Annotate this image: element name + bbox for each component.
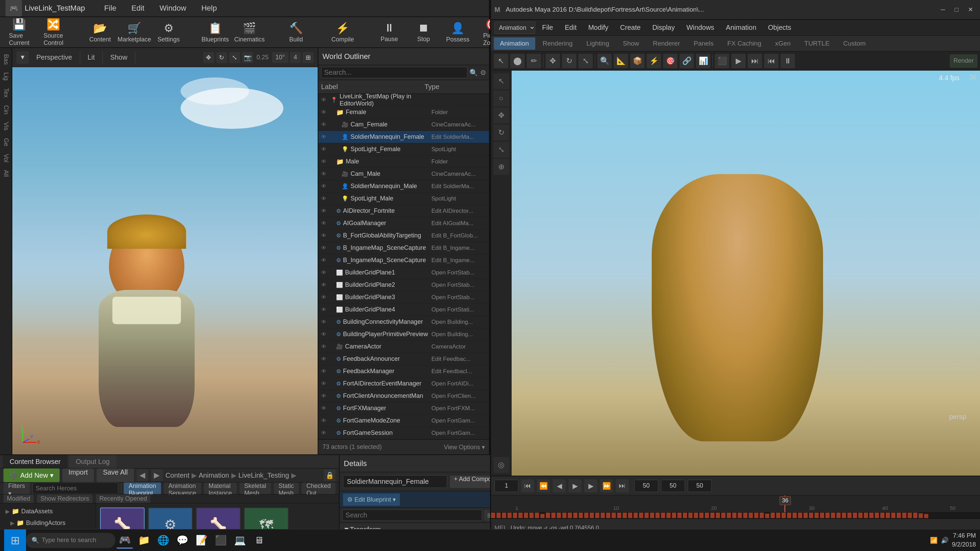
- outliner-options-icon[interactable]: ⚙: [480, 68, 486, 77]
- outliner-row-6[interactable]: 👁 🎥 Cam_Male CineCameraAc...: [318, 168, 489, 180]
- col-type[interactable]: Type: [425, 83, 486, 91]
- outliner-row-14[interactable]: 👁 ⬜ BuilderGridPlane1 Open FortStab...: [318, 267, 489, 279]
- timeline-end-input[interactable]: [634, 480, 658, 492]
- outliner-row-3[interactable]: 👁 👤 SoldierMannequin_Female Edit Soldier…: [318, 131, 489, 143]
- maya-tool-10[interactable]: ⏭: [748, 54, 762, 68]
- maya-tab-lighting[interactable]: Lighting: [580, 37, 616, 50]
- toolbar-marketplace[interactable]: 🛒 Marketplace: [121, 19, 148, 45]
- outliner-row-27[interactable]: 👁 ⚙ FortGameSession Open FortGam...: [318, 427, 489, 439]
- timeline-current-input[interactable]: [661, 480, 685, 492]
- outliner-row-5[interactable]: 👁 📁 Male Folder: [318, 156, 489, 168]
- cb-forward-button[interactable]: ▶: [151, 470, 163, 481]
- maya-tool-3[interactable]: 📦: [630, 54, 644, 68]
- outliner-row-7[interactable]: 👁 👤 SoldierMannequin_Male Edit SoldierMa…: [318, 180, 489, 193]
- maya-tool-2[interactable]: 📐: [614, 54, 628, 68]
- outliner-row-13[interactable]: 👁 ⚙ B_IngameMap_SceneCapture Edit B_Inga…: [318, 254, 489, 267]
- outliner-row-4[interactable]: 👁 💡 SpotLight_Female SpotLight: [318, 143, 489, 156]
- filter-recently-opened[interactable]: Recently Opened: [96, 494, 150, 503]
- maya-tool-4[interactable]: ⚡: [647, 54, 661, 68]
- folder-row-0[interactable]: ▶ 📁 DataAssets: [0, 505, 95, 517]
- filter-skeletal[interactable]: Skeletal Mesh: [240, 483, 271, 494]
- tl-skip-start[interactable]: ⏮: [521, 479, 534, 492]
- menu-file[interactable]: File: [98, 2, 123, 14]
- timeline-start-input[interactable]: [495, 480, 519, 492]
- maya-menu-file[interactable]: File: [537, 22, 558, 33]
- vp-camera-speed[interactable]: 📷: [242, 52, 253, 63]
- taskbar-app-rider[interactable]: 💻: [232, 532, 248, 549]
- view-options[interactable]: View Options ▾: [444, 443, 485, 451]
- maya-tab-xgen[interactable]: xGen: [769, 37, 797, 50]
- tab-content-browser[interactable]: Content Browser: [3, 455, 67, 468]
- outliner-row-0[interactable]: 👁 📍 LiveLink_TestMap (Play in EditorWorl…: [318, 94, 489, 106]
- taskbar-app-perforce[interactable]: 📝: [193, 532, 210, 549]
- taskbar-app-chrome[interactable]: 🌐: [155, 532, 171, 549]
- maya-side-soft-select[interactable]: ◎: [493, 457, 509, 473]
- toolbar-source-control[interactable]: 🔀 Source Control: [40, 16, 67, 49]
- maya-tool-lasso[interactable]: ⬤: [510, 54, 525, 68]
- left-panel-lig[interactable]: Lig: [2, 70, 10, 83]
- outliner-row-10[interactable]: 👁 ⚙ AIGoalManager Edit AIGoalMa...: [318, 217, 489, 229]
- outliner-row-16[interactable]: 👁 ⬜ BuilderGridPlane3 Open FortStab...: [318, 291, 489, 304]
- maya-tab-show[interactable]: Show: [617, 37, 646, 50]
- tl-next-frame[interactable]: ▶: [584, 479, 597, 492]
- maya-side-lasso[interactable]: ○: [493, 91, 509, 106]
- outliner-row-25[interactable]: 👁 ⚙ FortFXManager Open FortFXM...: [318, 402, 489, 415]
- tl-prev-key[interactable]: ⏪: [537, 479, 550, 492]
- timeline-end2-input[interactable]: [688, 480, 712, 492]
- tl-play[interactable]: ▶: [568, 479, 581, 492]
- details-edit-blueprint[interactable]: ⚙ Edit Blueprint ▾: [343, 494, 400, 506]
- timeline-ruler[interactable]: 36 1 10 20 30 40 50: [491, 495, 980, 513]
- cb-search-input[interactable]: [33, 483, 118, 494]
- vp-lit[interactable]: Lit: [84, 52, 99, 63]
- maya-tool-8[interactable]: ⬛: [715, 54, 729, 68]
- left-panel-cin[interactable]: Cin: [2, 102, 10, 117]
- filter-modified[interactable]: Modified: [3, 494, 33, 503]
- maya-menu-modify[interactable]: Modify: [584, 22, 613, 33]
- maya-tab-fx-caching[interactable]: FX Caching: [721, 37, 768, 50]
- maya-tab-renderer[interactable]: Renderer: [647, 37, 686, 50]
- toolbar-compile[interactable]: ⚡ Compile: [329, 19, 356, 45]
- vp-step[interactable]: 10°: [272, 52, 288, 63]
- toolbar-possess[interactable]: 👤 Possess: [444, 19, 471, 45]
- outliner-row-18[interactable]: 👁 ⚙ BuildingConnectivityManager Open Bui…: [318, 316, 489, 328]
- toolbar-pause[interactable]: ⏸ Pause: [375, 19, 403, 45]
- maya-tool-move[interactable]: ✥: [546, 54, 560, 68]
- maya-menu-edit[interactable]: Edit: [560, 22, 581, 33]
- maya-render-button[interactable]: Render: [950, 54, 977, 67]
- details-actor-name-input[interactable]: [343, 475, 447, 488]
- tl-prev-frame[interactable]: ◀: [553, 479, 566, 492]
- breadcrumb-item-content[interactable]: Content: [165, 471, 189, 479]
- maya-tool-1[interactable]: 🔍: [597, 54, 612, 68]
- outliner-row-15[interactable]: 👁 ⬜ BuilderGridPlane2 Open FortStab...: [318, 279, 489, 291]
- left-panel-bas[interactable]: Bas: [2, 51, 10, 67]
- outliner-row-2[interactable]: 👁 🎥 Cam_Female CineCameraAc...: [318, 119, 489, 131]
- menu-help[interactable]: Help: [195, 2, 223, 14]
- maya-menu-create[interactable]: Create: [616, 22, 646, 33]
- outliner-row-24[interactable]: 👁 ⚙ FortClientAnnouncementMan Open FortC…: [318, 390, 489, 402]
- outliner-search-icon[interactable]: 🔍: [469, 68, 478, 77]
- maya-tool-scale[interactable]: ⤡: [578, 54, 593, 68]
- vp-options[interactable]: ⊞: [302, 52, 313, 63]
- maya-tab-animation[interactable]: Animation: [494, 37, 535, 50]
- maya-side-universal[interactable]: ⊕: [493, 159, 509, 175]
- toolbar-cinematics[interactable]: 🎬 Cinematics: [236, 19, 263, 45]
- cb-import-button[interactable]: Import: [62, 468, 94, 482]
- filter-anim-seq[interactable]: Animation Sequence: [164, 483, 201, 494]
- outliner-row-17[interactable]: 👁 ⬜ BuilderGridPlane4 Open FortStati...: [318, 304, 489, 316]
- cb-save-all-button[interactable]: Save All: [97, 468, 134, 482]
- maya-tab-custom[interactable]: Custom: [837, 37, 872, 50]
- taskbar-app-terminal[interactable]: ⬛: [212, 532, 229, 549]
- maya-tool-11[interactable]: ⏮: [764, 54, 778, 68]
- outliner-row-11[interactable]: 👁 ⚙ B_FortGlobalAbilityTargeting Edit B_…: [318, 229, 489, 242]
- details-search-input[interactable]: [342, 510, 482, 521]
- taskbar-app-explorer[interactable]: 📁: [136, 532, 152, 549]
- filter-static[interactable]: Static Mesh: [274, 483, 299, 494]
- breadcrumb-item-livelinktest[interactable]: LiveLink_Testing: [239, 471, 289, 479]
- maya-close[interactable]: ✕: [964, 5, 977, 15]
- toolbar-settings[interactable]: ⚙ Settings: [155, 19, 182, 45]
- vp-scale-tool[interactable]: ⤡: [229, 52, 240, 63]
- maya-tool-5[interactable]: 🎯: [663, 54, 678, 68]
- maya-tool-paint[interactable]: ✏: [527, 54, 541, 68]
- left-panel-vis[interactable]: Vis: [2, 119, 10, 133]
- maya-side-rotate[interactable]: ↻: [493, 125, 509, 140]
